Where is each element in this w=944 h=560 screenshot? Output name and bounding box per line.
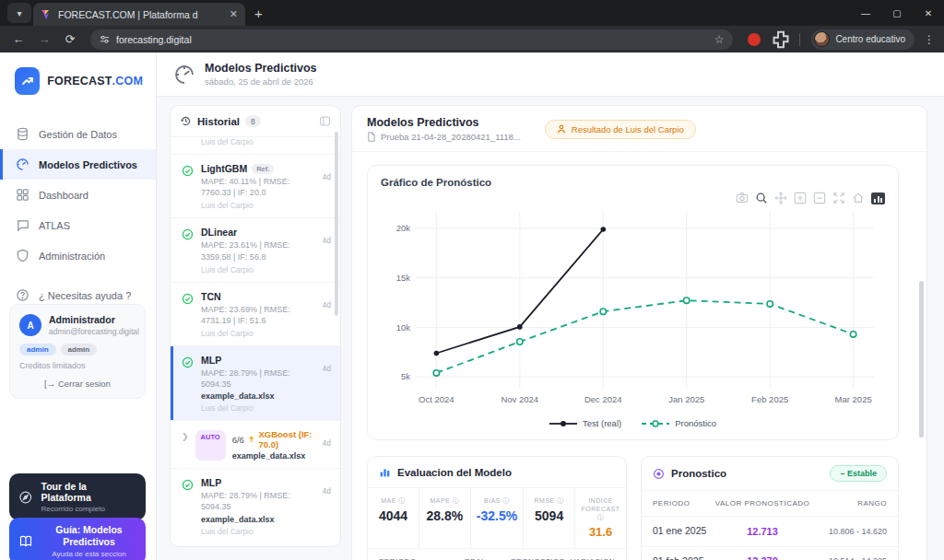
forward-icon[interactable]: → [33,29,55,51]
sidebar-item-label: Administración [39,251,105,262]
adblock-extension-icon[interactable] [748,33,761,46]
main-scrollbar[interactable] [919,281,924,438]
shield-icon [16,249,30,262]
logout-button[interactable]: [→ Cerrar sesion [19,379,136,389]
site-settings-icon[interactable] [100,34,110,44]
plotly-logo-icon[interactable] [871,192,885,204]
list-item-model[interactable]: LightGBMRef. MAPE: 40.11% | RMSE: 7760.3… [171,155,340,218]
list-item-auto[interactable]: ❯ AUTO 6/6 XGBoost (IF: 70.0) example_da… [171,421,340,469]
auto-result: XGBoost (IF: 70.0) [258,429,315,449]
app-root: FORECAST.COM Gestión de Datos Modelos Pr… [0,52,944,560]
logo-brand: FORECAST [47,75,112,88]
model-author: Luis del Carpio [201,265,316,274]
legend-pronostico[interactable]: Pronóstico [642,418,716,428]
model-age: 4d [323,227,331,274]
svg-text:20k: 20k [396,223,411,233]
sidebar-item-modelos-predictivos[interactable]: Modelos Predictivos [0,149,156,180]
svg-text:10k: 10k [396,322,411,332]
metric-rmse: RMSE ⓘ5094 [524,488,575,548]
tour-button[interactable]: Tour de la Plataforma Recorrido completo [9,473,146,520]
window-maximize-button[interactable]: ▢ [881,8,913,18]
historial-list: 5275.65 | IF: 51.0 Luis del Carpio Light… [171,137,340,541]
model-metrics: MAPE: 28.79% | RMSE: 5094.35 [201,368,316,390]
table-row[interactable]: 01 feb 2025 12.370 10.514 - 14.225 [642,547,898,560]
page-date: sábado, 25 de abril de 2026 [205,76,317,87]
pan-icon[interactable] [774,192,787,204]
zoom-in-icon[interactable] [794,192,807,204]
svg-text:Jan 2025: Jan 2025 [668,394,704,404]
reset-axes-home-icon[interactable] [852,192,865,204]
svg-text:Mar 2025: Mar 2025 [835,394,872,404]
new-tab-button[interactable]: + [254,6,263,21]
forecast-chart-card: Gráfico de Pronóstico Oct 2024Nov 2024De… [367,165,899,440]
list-item-model[interactable]: MLP MAPE: 28.79% | RMSE: 5094.35 example… [171,346,340,421]
row-rango: 10.806 - 14.620 [815,526,887,538]
forecast-line-chart[interactable]: Oct 2024Nov 2024Dec 2024Jan 2025Feb 2025… [381,204,883,414]
list-item-model[interactable]: DLinear MAPE: 23.61% | RMSE: 3359.58 | I… [171,218,340,282]
tab-search-chevron-icon[interactable]: ▾ [7,3,31,23]
model-metrics: MAPE: 28.79% | RMSE: 5094.35 [201,490,316,512]
sidebar-item-label: ATLAS [39,220,70,231]
plotly-modebar [736,177,885,204]
bookmark-star-icon[interactable]: ☆ [714,33,725,46]
model-file: example_data.xlsx [201,515,316,524]
tab-close-icon[interactable]: ✕ [230,8,238,20]
zoom-out-icon[interactable] [813,192,826,204]
tour-subtitle: Recorrido completo [41,505,136,513]
logo-domain: .COM [112,75,143,88]
role-badge: admin [19,344,56,356]
historial-scrollbar[interactable] [335,132,338,316]
historial-count-badge: 8 [245,115,261,127]
sidebar-item-label: Modelos Predictivos [39,159,137,170]
document-icon [367,132,376,142]
url-bar[interactable]: forecasting.digital ☆ [90,29,733,50]
model-age: 4d [323,291,331,338]
logo[interactable]: FORECAST.COM [0,52,156,111]
metric-mape: MAPE ⓘ28.8% [419,488,471,548]
url-text[interactable]: forecasting.digital [116,34,708,45]
browser-tab[interactable]: FORECAST.COM | Plataforma d ✕ [33,3,245,26]
credits-label: Creditos limitados [19,361,136,370]
back-icon[interactable]: ← [7,29,30,51]
model-metrics: MAPE: 23.69% | RMSE: 4731.19 | IF: 51.6 [201,304,316,326]
model-metrics: MAPE: 40.11% | RMSE: 7760.33 | IF: 20.0 [201,176,316,198]
sidebar-item-label: Dashboard [39,190,88,201]
metric-indice-forecast: INDICE FORECAST ⓘ31.6 [575,488,626,548]
browser-tabstrip: ▾ FORECAST.COM | Plataforma d ✕ + — ▢ ✕ [0,0,944,26]
row-valor: 12.370 [710,555,815,560]
profile-chip[interactable]: Centro educativo [811,29,914,50]
dataset-file: Prueba 21-04-28_20280421_1118... [367,132,521,142]
sidebar-item-label: ¿ Necesitas ayuda ? [39,290,131,301]
browser-menu-icon[interactable]: ⋮ [924,33,935,46]
list-item-model[interactable]: TCN MAPE: 23.69% | RMSE: 4731.19 | IF: 5… [171,283,340,346]
model-author: Luis del Carpio [201,137,331,146]
refresh-icon[interactable]: ⟳ [59,29,81,51]
list-item-model[interactable]: 5275.65 | IF: 51.0 Luis del Carpio [171,137,340,155]
target-icon [653,468,665,480]
sidebar-item-administracion[interactable]: Administración [0,240,156,271]
check-circle-icon [182,291,195,338]
sidebar-item-atlas[interactable]: ATLAS [0,210,156,240]
pronostico-card: Pronostico – Estable Periodo Valor Prono… [641,456,899,560]
chart-legend: Test (real) Pronóstico [381,414,885,432]
collapse-panel-icon[interactable] [319,115,331,127]
sidebar-item-dashboard[interactable]: Dashboard [0,180,156,210]
legend-test-real[interactable]: Test (real) [549,418,621,428]
list-item-model[interactable]: MLP MAPE: 28.79% | RMSE: 5094.35 example… [171,469,340,541]
window-minimize-button[interactable]: — [850,8,881,18]
guide-button[interactable]: Guía: Modelos Predictivos Ayuda de esta … [9,518,146,560]
avatar: A [19,314,41,336]
user-email: admin@forecasting.digital [49,327,139,336]
camera-icon[interactable] [736,192,749,204]
sidebar-item-gestion-de-datos[interactable]: Gestión de Datos [0,119,156,149]
ref-badge: Ref. [252,164,274,174]
browser-toolbar: ← → ⟳ forecasting.digital ☆ Centro educa… [0,26,944,52]
tab-title: FORECAST.COM | Plataforma d [58,9,223,20]
window-close-button[interactable]: ✕ [913,8,944,18]
table-row[interactable]: 01 ene 2025 12.713 10.806 - 14.620 [642,517,898,547]
autoscale-icon[interactable] [832,192,845,204]
model-age: 4d [323,355,331,413]
zoom-icon[interactable] [755,192,768,204]
chevron-right-icon[interactable]: ❯ [182,429,189,461]
extensions-puzzle-icon[interactable] [770,29,792,51]
